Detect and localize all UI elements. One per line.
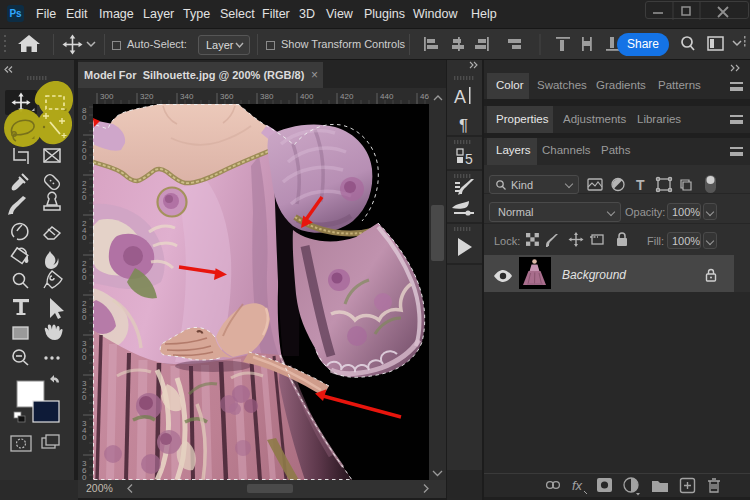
svg-text:5: 5 xyxy=(465,151,473,167)
svg-text:0: 0 xyxy=(82,193,87,202)
svg-text:0: 0 xyxy=(82,353,87,362)
svg-text:0: 0 xyxy=(82,273,87,282)
svg-text:400: 400 xyxy=(300,92,314,101)
svg-text:300: 300 xyxy=(100,92,114,101)
svg-text:T: T xyxy=(636,177,645,193)
svg-text:0: 0 xyxy=(82,473,87,480)
svg-text:0: 0 xyxy=(82,393,87,402)
svg-text:¶: ¶ xyxy=(459,116,468,135)
svg-text:380: 380 xyxy=(260,92,274,101)
svg-text:320: 320 xyxy=(140,92,154,101)
svg-text:0: 0 xyxy=(82,113,87,122)
svg-text:420: 420 xyxy=(340,92,354,101)
svg-text:fx: fx xyxy=(572,478,583,493)
svg-text:0: 0 xyxy=(82,153,87,162)
svg-text:0: 0 xyxy=(82,433,87,442)
svg-text:A: A xyxy=(454,87,466,107)
svg-text:340: 340 xyxy=(180,92,194,101)
svg-text:0: 0 xyxy=(82,313,87,322)
svg-text:360: 360 xyxy=(220,92,234,101)
svg-text:440: 440 xyxy=(380,92,394,101)
svg-text:200%: 200% xyxy=(86,482,113,494)
svg-text:0: 0 xyxy=(82,233,87,242)
